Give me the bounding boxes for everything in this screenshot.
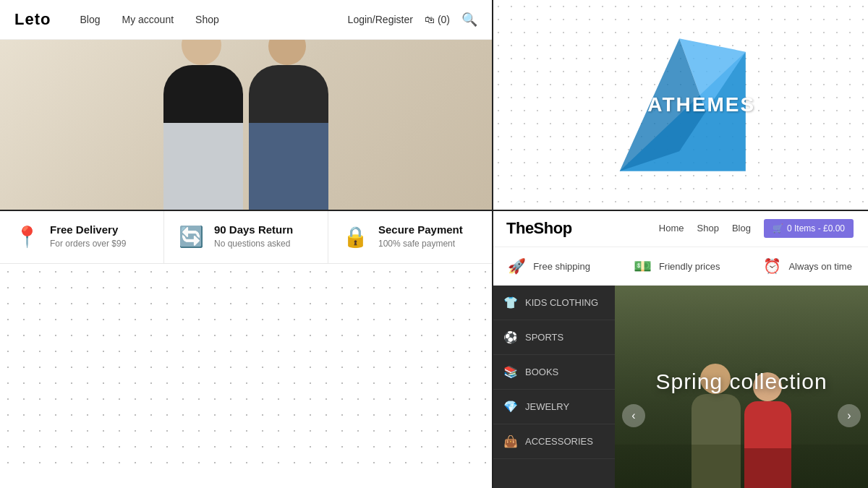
theshop-feature-prices-label: Friendly prices — [659, 261, 720, 272]
feature-delivery: 📍 Free Delivery For orders over $99 — [0, 210, 164, 263]
feature-payment-desc: 100% safe payment — [378, 238, 463, 250]
theshop-hero-title: Spring collection — [655, 369, 827, 394]
leto-cart[interactable]: 🛍 (0) — [425, 14, 450, 25]
hero-next-button[interactable]: › — [838, 404, 861, 427]
feature-return-text: 90 Days Return No questions asked — [214, 223, 293, 250]
sidebar-cat-sports[interactable]: ⚽ SPORTS — [492, 320, 615, 355]
vertical-divider — [492, 0, 493, 488]
horizontal-divider — [0, 210, 868, 211]
theshop-nav-shop[interactable]: Shop — [697, 223, 719, 234]
theshop-panel: TheShop Home Shop Blog 🛒 0 Items - £0.00… — [492, 210, 868, 488]
feature-payment: 🔒 Secure Payment 100% safe payment — [328, 210, 492, 263]
accessories-icon: 👜 — [503, 435, 518, 448]
books-icon: 📚 — [503, 365, 518, 379]
theshop-feature-time: ⏰ Always on time — [763, 257, 851, 275]
theshop-feature-shipping-label: Free shipping — [533, 261, 590, 272]
feature-delivery-title: Free Delivery — [50, 223, 126, 236]
sidebar-cat-kids[interactable]: 👕 KIDS CLOTHING — [492, 286, 615, 320]
sports-icon: ⚽ — [503, 330, 518, 344]
athemes-panel: ATHEMES — [492, 0, 868, 210]
theshop-hero-arrows: ‹ › — [622, 404, 861, 427]
theshop-logo: TheShop — [506, 219, 572, 238]
theshop-features-bar: 🚀 Free shipping 💵 Friendly prices ⏰ Alwa… — [492, 247, 868, 286]
leto-theme-panel: Leto Blog My account Shop Login/Register… — [0, 0, 492, 210]
hero-prev-button[interactable]: ‹ — [622, 404, 645, 427]
features-panel: 📍 Free Delivery For orders over $99 🔄 90… — [0, 210, 492, 488]
jewelry-icon: 💎 — [503, 400, 518, 414]
sidebar-cat-jewelry-label: JEWELRY — [525, 401, 569, 412]
shipping-icon: 🚀 — [508, 257, 526, 275]
leto-nav-account[interactable]: My account — [122, 14, 174, 25]
athemes-brand-text: ATHEMES — [647, 93, 755, 116]
leto-nav-shop[interactable]: Shop — [195, 14, 219, 25]
feature-delivery-text: Free Delivery For orders over $99 — [50, 223, 126, 250]
theshop-cart-label: 0 Items - £0.00 — [787, 223, 845, 234]
leto-hero-image — [0, 40, 492, 210]
chevron-right-icon: › — [847, 409, 851, 422]
feature-payment-text: Secure Payment 100% safe payment — [378, 223, 463, 250]
theshop-feature-shipping: 🚀 Free shipping — [508, 257, 590, 275]
sidebar-cat-accessories-label: ACCESSORIES — [525, 436, 593, 447]
feature-delivery-desc: For orders over $99 — [50, 238, 126, 250]
sidebar-cat-books[interactable]: 📚 BOOKS — [492, 355, 615, 390]
feature-payment-title: Secure Payment — [378, 223, 463, 236]
theshop-sidebar: 👕 KIDS CLOTHING ⚽ SPORTS 📚 BOOKS 💎 JEWEL… — [492, 286, 615, 488]
leto-navbar: Leto Blog My account Shop Login/Register… — [0, 0, 492, 40]
payment-icon: 🔒 — [343, 225, 368, 249]
theshop-navbar: TheShop Home Shop Blog 🛒 0 Items - £0.00 — [492, 210, 868, 247]
sidebar-cat-jewelry[interactable]: 💎 JEWELRY — [492, 390, 615, 424]
leto-nav-blog[interactable]: Blog — [80, 14, 100, 25]
sidebar-cat-sports-label: SPORTS — [525, 332, 563, 343]
search-icon[interactable]: 🔍 — [461, 12, 477, 27]
theshop-feature-time-label: Always on time — [788, 261, 851, 272]
dot-pattern-bottom-left — [0, 264, 492, 466]
theshop-nav-blog[interactable]: Blog — [732, 223, 751, 234]
theshop-feature-prices: 💵 Friendly prices — [634, 257, 720, 275]
theshop-main-content: 👕 KIDS CLOTHING ⚽ SPORTS 📚 BOOKS 💎 JEWEL… — [492, 286, 868, 488]
feature-return: 🔄 90 Days Return No questions asked — [164, 210, 328, 263]
leto-login-link[interactable]: Login/Register — [348, 14, 413, 25]
prices-icon: 💵 — [634, 257, 652, 275]
cart-bag-icon: 🛒 — [773, 223, 783, 234]
chevron-left-icon: ‹ — [631, 409, 635, 422]
cart-icon: 🛍 — [425, 14, 435, 25]
leto-cart-count: (0) — [438, 14, 450, 25]
features-bar: 📍 Free Delivery For orders over $99 🔄 90… — [0, 210, 492, 264]
feature-return-desc: No questions asked — [214, 238, 293, 250]
leto-logo: Leto — [14, 10, 51, 29]
kids-icon: 👕 — [503, 296, 518, 309]
delivery-icon: 📍 — [14, 225, 40, 249]
sidebar-cat-accessories[interactable]: 👜 ACCESSORIES — [492, 424, 615, 459]
theshop-nav-home[interactable]: Home — [659, 223, 684, 234]
theshop-hero: Spring collection ‹ › — [615, 286, 868, 488]
athemes-logo-container: ATHEMES — [593, 25, 767, 184]
sidebar-cat-books-label: BOOKS — [525, 367, 558, 377]
time-icon: ⏰ — [763, 257, 781, 275]
leto-nav-right: Login/Register 🛍 (0) 🔍 — [348, 12, 477, 27]
theshop-cart-button[interactable]: 🛒 0 Items - £0.00 — [764, 219, 854, 238]
return-icon: 🔄 — [179, 225, 204, 249]
sidebar-cat-kids-label: KIDS CLOTHING — [525, 297, 598, 308]
feature-return-title: 90 Days Return — [214, 223, 293, 236]
